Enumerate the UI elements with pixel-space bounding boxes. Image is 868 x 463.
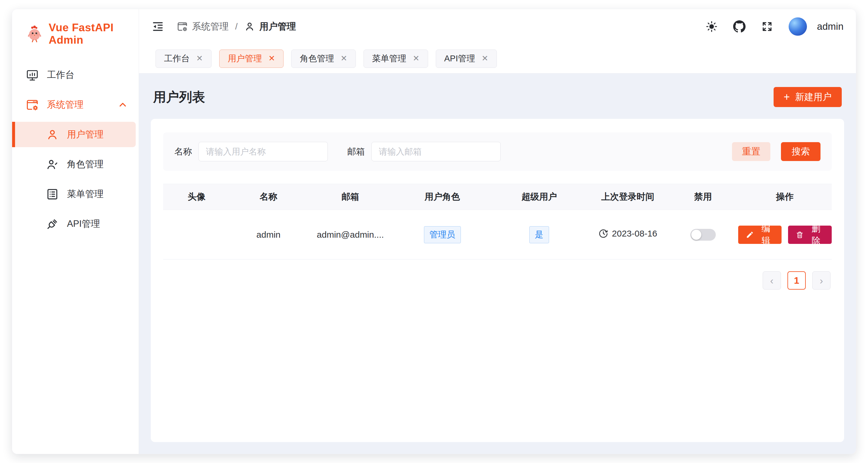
- tab-roles[interactable]: 角色管理 ✕: [291, 49, 356, 68]
- trash-icon: [796, 230, 804, 239]
- col-role: 用户角色: [394, 184, 491, 210]
- theme-sun-icon[interactable]: [706, 20, 718, 33]
- role-badge: 管理员: [424, 226, 461, 243]
- sidebar-item-label: API管理: [67, 218, 100, 230]
- email-filter-label: 邮箱: [347, 146, 365, 158]
- breadcrumb-separator: /: [235, 22, 238, 32]
- superuser-badge: 是: [529, 226, 549, 243]
- top-header: 系统管理 / 用户管理: [139, 9, 856, 44]
- pagination: ‹ 1 ›: [163, 271, 832, 290]
- col-disabled: 禁用: [668, 184, 738, 210]
- edit-button[interactable]: 编辑: [738, 226, 782, 244]
- tab-close-icon[interactable]: ✕: [269, 55, 275, 63]
- tab-label: 角色管理: [300, 53, 334, 65]
- clock-icon: [598, 229, 608, 239]
- logo[interactable]: Vue FastAPI Admin: [12, 9, 139, 54]
- cell-actions: 编辑 删除: [738, 210, 832, 260]
- tab-api[interactable]: API管理 ✕: [436, 49, 497, 68]
- edit-button-label: 编辑: [758, 223, 774, 247]
- tab-close-icon[interactable]: ✕: [340, 55, 347, 63]
- cell-superuser: 是: [491, 210, 588, 260]
- system-window-gear-icon: [26, 98, 39, 111]
- tab-workbench[interactable]: 工作台 ✕: [155, 49, 212, 68]
- delete-button[interactable]: 删除: [788, 226, 832, 244]
- col-name: 名称: [230, 184, 307, 210]
- users-table: 头像 名称 邮箱 用户角色 超级用户 上次登录时间 禁用 操作: [163, 184, 832, 260]
- disabled-toggle[interactable]: [690, 229, 716, 241]
- sidebar-menu: 工作台 系统管理 用户管理: [12, 62, 139, 241]
- api-plug-icon: [46, 217, 59, 231]
- github-icon[interactable]: [733, 20, 746, 33]
- sidebar-item-roles[interactable]: 角色管理: [12, 152, 139, 177]
- user-icon: [244, 21, 255, 32]
- breadcrumb-item-users[interactable]: 用户管理: [244, 20, 296, 33]
- main-card: 名称 邮箱 重置 搜索 头像 名称: [151, 119, 844, 442]
- search-button[interactable]: 搜索: [781, 142, 820, 161]
- cell-avatar: [163, 210, 230, 260]
- tab-close-icon[interactable]: ✕: [413, 55, 420, 63]
- cell-disabled: [668, 210, 738, 260]
- pencil-icon: [746, 230, 754, 239]
- breadcrumb: 系统管理 / 用户管理: [177, 20, 296, 33]
- tab-label: API管理: [444, 53, 475, 65]
- header-actions: admin: [706, 18, 843, 36]
- col-actions: 操作: [738, 184, 832, 210]
- tab-menus[interactable]: 菜单管理 ✕: [364, 49, 428, 68]
- plus-icon: +: [784, 92, 790, 102]
- email-filter-input[interactable]: [371, 142, 501, 161]
- tab-close-icon[interactable]: ✕: [196, 55, 203, 63]
- table-header-row: 头像 名称 邮箱 用户角色 超级用户 上次登录时间 禁用 操作: [163, 184, 832, 210]
- sidebar-item-users[interactable]: 用户管理: [12, 122, 136, 147]
- reset-button[interactable]: 重置: [732, 142, 770, 161]
- sidebar-item-system[interactable]: 系统管理: [12, 92, 139, 118]
- col-superuser: 超级用户: [491, 184, 588, 210]
- table-row: admin admin@admin.... 管理员 是: [163, 210, 832, 260]
- breadcrumb-label: 用户管理: [259, 20, 296, 33]
- username[interactable]: admin: [817, 21, 843, 32]
- sidebar-item-api[interactable]: API管理: [12, 211, 139, 236]
- monitor-icon: [26, 68, 39, 82]
- sidebar-collapse-icon[interactable]: [151, 20, 164, 33]
- menu-list-icon: [46, 188, 59, 201]
- name-filter-input[interactable]: [198, 142, 328, 161]
- main-column: 系统管理 / 用户管理: [139, 9, 856, 454]
- col-email: 邮箱: [307, 184, 394, 210]
- sidebar: Vue FastAPI Admin 工作台 系统管理: [12, 9, 139, 454]
- tab-users[interactable]: 用户管理 ✕: [219, 49, 284, 68]
- toggle-thumb: [691, 230, 701, 240]
- col-last-login: 上次登录时间: [588, 184, 668, 210]
- cell-name: admin: [230, 210, 307, 260]
- new-user-button-label: 新建用户: [795, 91, 832, 103]
- tab-bar: 工作台 ✕ 用户管理 ✕ 角色管理 ✕ 菜单管理 ✕ API管理 ✕: [139, 44, 856, 73]
- tab-label: 菜单管理: [372, 53, 406, 65]
- content-area: 用户列表 + 新建用户 名称 邮箱 重置 搜索: [139, 73, 856, 454]
- tab-close-icon[interactable]: ✕: [482, 55, 488, 63]
- chick-logo-icon: [26, 25, 43, 43]
- system-window-gear-icon: [177, 21, 188, 32]
- breadcrumb-item-system[interactable]: 系统管理: [177, 20, 229, 33]
- new-user-button[interactable]: + 新建用户: [774, 87, 842, 107]
- page-title-row: 用户列表 + 新建用户: [153, 87, 842, 107]
- sidebar-item-label: 系统管理: [47, 99, 84, 111]
- chevron-up-icon: [117, 99, 128, 110]
- role-user-icon: [46, 158, 59, 171]
- user-avatar[interactable]: [788, 18, 807, 36]
- search-filter-bar: 名称 邮箱 重置 搜索: [163, 132, 832, 171]
- pagination-page-1[interactable]: 1: [787, 271, 806, 290]
- sidebar-item-menus[interactable]: 菜单管理: [12, 181, 139, 207]
- tab-label: 工作台: [164, 53, 190, 65]
- delete-button-label: 删除: [808, 223, 824, 247]
- pagination-prev-button[interactable]: ‹: [763, 271, 781, 290]
- pagination-next-button[interactable]: ›: [812, 271, 831, 290]
- page-title: 用户列表: [153, 89, 205, 106]
- last-login-value: 2023-08-16: [612, 229, 657, 239]
- fullscreen-icon[interactable]: [761, 20, 773, 33]
- user-icon: [46, 128, 59, 141]
- sidebar-item-workbench[interactable]: 工作台: [12, 62, 139, 88]
- sidebar-item-label: 工作台: [47, 69, 74, 81]
- cell-last-login: 2023-08-16: [588, 210, 668, 260]
- cell-role: 管理员: [394, 210, 491, 260]
- tab-label: 用户管理: [228, 53, 262, 65]
- name-filter-label: 名称: [174, 146, 192, 158]
- sidebar-item-label: 角色管理: [67, 158, 103, 170]
